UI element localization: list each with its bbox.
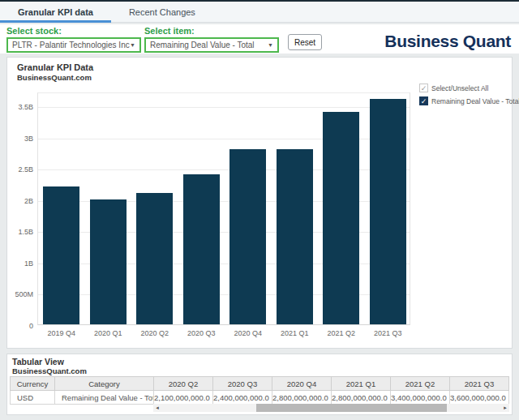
bar-2020-Q4[interactable]	[229, 149, 266, 324]
stock-filter-group: Select stock: PLTR - Palantir Technologi…	[6, 26, 141, 53]
chart-card: Granular KPI Data BusinessQuant.com 0500…	[6, 57, 513, 349]
bar-2021-Q2[interactable]	[323, 112, 359, 324]
table-row: USDRemaining Deal Value - Total2,100,000…	[11, 391, 509, 405]
y-axis-tick-label: 3.5B	[1, 103, 33, 111]
item-select-value: Remaining Deal Value - Total	[150, 41, 255, 49]
bar-2021-Q3[interactable]	[370, 99, 406, 324]
bar-2019-Q4[interactable]	[43, 186, 79, 324]
tabular-view-card: Tabular View BusinessQuant.com CurrencyC…	[6, 354, 513, 415]
gridline	[38, 107, 410, 108]
value-cell: 3,400,000,000.0	[391, 391, 450, 405]
y-axis-tick-label: 1B	[1, 259, 33, 268]
scrollbar-track[interactable]	[161, 404, 501, 412]
y-axis-tick-label: 500M	[1, 290, 33, 298]
x-axis-tick-label: 2019 Q4	[38, 329, 85, 337]
value-cell: 3,600,000,000.0	[450, 391, 509, 405]
chevron-down-icon: ▼	[268, 42, 273, 48]
horizontal-scrollbar[interactable]: ◂ ▸	[153, 404, 509, 412]
stock-select-value: PLTR - Palantir Technologies Inc	[12, 41, 130, 49]
table-title: Tabular View	[12, 357, 64, 366]
bar-2020-Q1[interactable]	[90, 199, 127, 324]
y-axis-tick-label: 2.5B	[1, 165, 33, 174]
column-header: 2021 Q3	[450, 377, 509, 391]
value-cell: 2,800,000,000.0	[332, 391, 391, 405]
chart-subtitle: BusinessQuant.com	[17, 73, 92, 82]
tab-bar: Granular KPI data Recent Changes	[0, 0, 519, 23]
value-cell: 2,400,000,000.0	[213, 391, 272, 405]
chevron-down-icon: ▼	[130, 42, 135, 48]
tab-label: Recent Changes	[129, 7, 195, 17]
y-axis-tick-label: 1.5B	[1, 228, 33, 236]
column-header: 2020 Q4	[272, 377, 332, 391]
data-table: CurrencyCategory2020 Q22020 Q32020 Q4202…	[10, 376, 509, 405]
y-axis-tick-label: 2B	[1, 197, 33, 205]
x-axis-tick-label: 2021 Q3	[365, 329, 412, 337]
item-select[interactable]: Remaining Deal Value - Total ▼	[144, 37, 279, 53]
chart-legend: ✓Select/Unselect All✓Remaining Deal Valu…	[419, 84, 510, 109]
checkbox-icon[interactable]: ✓	[419, 96, 428, 105]
tab-recent-changes[interactable]: Recent Changes	[111, 2, 213, 22]
tab-label: Granular KPI data	[18, 7, 93, 17]
currency-cell: USD	[11, 391, 55, 405]
table-header-row: CurrencyCategory2020 Q22020 Q32020 Q4202…	[11, 377, 509, 391]
column-header: 2020 Q2	[154, 377, 213, 391]
x-axis-tick-label: 2020 Q4	[225, 329, 272, 337]
plot-area: 0500M1B1.5B2B2.5B3B3.5B2019 Q42020 Q1202…	[37, 92, 410, 325]
category-cell: Remaining Deal Value - Total	[55, 391, 154, 405]
bar-2020-Q3[interactable]	[183, 174, 220, 324]
x-axis-tick-label: 2020 Q3	[178, 329, 225, 337]
column-header: Currency	[11, 377, 55, 391]
x-axis-tick-label: 2021 Q1	[272, 329, 319, 337]
item-select-label: Select item:	[144, 26, 279, 36]
legend-item-1[interactable]: ✓Remaining Deal Value - Total	[419, 96, 510, 105]
column-header: 2021 Q1	[332, 377, 391, 391]
legend-item-label: Remaining Deal Value - Total	[431, 97, 519, 105]
tab-granular-kpi-data[interactable]: Granular KPI data	[0, 2, 111, 22]
checkbox-icon[interactable]: ✓	[419, 84, 428, 92]
value-cell: 2,100,000,000.0	[154, 391, 213, 405]
chart-title: Granular KPI Data	[17, 62, 93, 72]
y-axis-tick-label: 3B	[1, 135, 33, 143]
column-header: 2021 Q2	[391, 377, 450, 391]
legend-item-label: Select/Unselect All	[431, 84, 488, 92]
legend-item-0[interactable]: ✓Select/Unselect All	[419, 84, 510, 92]
x-axis-tick-label: 2020 Q1	[85, 329, 132, 337]
bar-2021-Q1[interactable]	[277, 149, 313, 324]
scroll-left-icon[interactable]: ◂	[153, 405, 161, 411]
column-header: Category	[55, 377, 154, 391]
x-axis-tick-label: 2021 Q2	[318, 329, 365, 337]
column-header: 2020 Q3	[213, 377, 272, 391]
stock-select-label: Select stock:	[6, 26, 141, 36]
scroll-right-icon[interactable]: ▸	[501, 405, 509, 411]
reset-button[interactable]: Reset	[288, 34, 322, 50]
bar-2020-Q2[interactable]	[136, 193, 173, 324]
y-axis-tick-label: 0	[1, 322, 33, 330]
value-cell: 2,800,000,000.0	[272, 391, 332, 405]
filter-bar: Select stock: PLTR - Palantir Technologi…	[0, 24, 519, 54]
x-axis-tick-label: 2020 Q2	[131, 329, 178, 337]
scrollbar-thumb[interactable]	[256, 404, 447, 412]
table-subtitle: BusinessQuant.com	[12, 366, 87, 375]
business-quant-logo: Business Quant	[384, 32, 511, 51]
item-filter-group: Select item: Remaining Deal Value - Tota…	[144, 26, 279, 53]
stock-select[interactable]: PLTR - Palantir Technologies Inc ▼	[6, 37, 141, 53]
